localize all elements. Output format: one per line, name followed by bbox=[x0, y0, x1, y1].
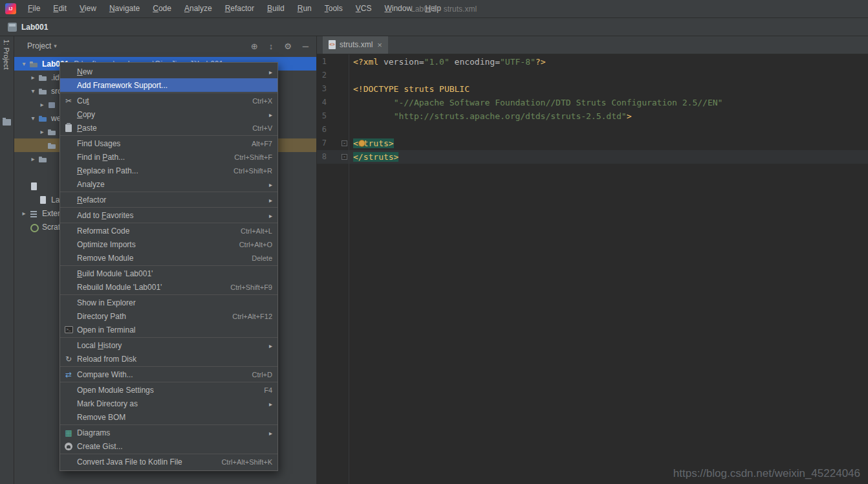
menu-item-icon-slot bbox=[63, 282, 74, 292]
line-number: 6 bbox=[317, 123, 349, 137]
menu-item-rebuild-module-lab001[interactable]: Rebuild Module 'Lab001'Ctrl+Shift+F9 bbox=[60, 280, 277, 294]
menu-item-remove-bom[interactable]: Remove BOM bbox=[60, 410, 277, 424]
menu-item-directory-path[interactable]: Directory PathCtrl+Alt+F12 bbox=[60, 309, 277, 323]
menu-navigate[interactable]: Navigate bbox=[103, 0, 146, 17]
submenu-arrow-icon: ▸ bbox=[269, 197, 272, 204]
menu-item-remove-module[interactable]: Remove ModuleDelete bbox=[60, 251, 277, 265]
code-line-1[interactable]: 1<?xml version="1.0" encoding="UTF-8"?> bbox=[317, 55, 868, 69]
menu-item-copy[interactable]: Copy▸ bbox=[60, 107, 277, 121]
menu-vcs[interactable]: VCS bbox=[349, 0, 378, 17]
menu-item-icon-slot bbox=[63, 138, 74, 149]
menu-item-shortcut: Ctrl+Shift+F bbox=[226, 153, 272, 161]
project-icon bbox=[28, 59, 39, 69]
menu-item-open-module-settings[interactable]: Open Module SettingsF4 bbox=[60, 383, 277, 397]
breadcrumb[interactable]: Lab001 bbox=[21, 23, 48, 32]
fold-icon[interactable]: - bbox=[342, 154, 347, 160]
menu-item-icon-slot bbox=[63, 210, 74, 221]
menu-item-icon-slot bbox=[63, 80, 74, 91]
code-text: <!DOCTYPE struts PUBLIC bbox=[349, 82, 868, 96]
fold-icon[interactable]: - bbox=[342, 140, 347, 146]
menu-item-shortcut: Delete bbox=[244, 254, 272, 262]
chevron-down-icon[interactable]: ▾ bbox=[19, 60, 28, 67]
menu-item-show-in-explorer[interactable]: Show in Explorer bbox=[60, 296, 277, 309]
menu-item-compare-with[interactable]: ⇄Compare With...Ctrl+D bbox=[60, 368, 277, 381]
watermark: https://blog.csdn.net/weixin_45224046 bbox=[673, 467, 860, 480]
menu-item-icon-slot bbox=[63, 166, 74, 176]
menu-item-shortcut: Ctrl+Alt+Shift+K bbox=[213, 458, 272, 466]
menu-separator bbox=[60, 135, 277, 136]
chevron-right-icon[interactable]: ▸ bbox=[38, 128, 47, 135]
chevron-right-icon[interactable]: ▸ bbox=[38, 101, 47, 108]
menu-separator bbox=[60, 454, 277, 454]
chevron-down-icon[interactable]: ▾ bbox=[54, 43, 57, 49]
line-number: 4 bbox=[317, 96, 349, 109]
menu-analyze[interactable]: Analyze bbox=[178, 0, 219, 17]
tab-struts-xml[interactable]: struts.xml × bbox=[323, 36, 388, 54]
menu-item-shortcut: ▸ bbox=[261, 400, 272, 408]
locate-icon[interactable]: ⊕ bbox=[251, 41, 258, 51]
menu-tools[interactable]: Tools bbox=[318, 0, 349, 17]
menu-item-local-history[interactable]: Local History▸ bbox=[60, 338, 277, 352]
menu-item-paste[interactable]: PasteCtrl+V bbox=[60, 121, 277, 135]
menu-file[interactable]: File bbox=[21, 0, 47, 17]
caret-dot-icon bbox=[358, 140, 365, 147]
settings-icon[interactable]: ⚙ bbox=[284, 41, 292, 51]
menu-item-label: Rebuild Module 'Lab001' bbox=[77, 283, 162, 292]
code-text: <struts> bbox=[349, 137, 868, 150]
menu-item-icon-slot bbox=[63, 253, 74, 263]
tab-label: struts.xml bbox=[340, 40, 373, 49]
menu-item-shortcut: ▸ bbox=[261, 342, 272, 349]
menu-item-add-to-favorites[interactable]: Add to Favorites▸ bbox=[60, 208, 277, 222]
menu-item-icon-slot bbox=[63, 179, 74, 190]
code-line-3[interactable]: 3<!DOCTYPE struts PUBLIC bbox=[317, 82, 868, 96]
menu-item-mark-directory-as[interactable]: Mark Directory as▸ bbox=[60, 397, 277, 410]
menu-separator bbox=[60, 337, 277, 338]
close-icon[interactable]: × bbox=[377, 41, 382, 49]
line-number: 8- bbox=[317, 150, 349, 164]
menu-item-label: Copy bbox=[77, 110, 95, 119]
menu-item-open-in-terminal[interactable]: >_Open in Terminal bbox=[60, 323, 277, 336]
menu-item-label: Replace in Path... bbox=[77, 166, 138, 175]
menu-item-reload-from-disk[interactable]: ↻Reload from Disk bbox=[60, 352, 277, 366]
menu-item-create-gist[interactable]: Create Gist... bbox=[60, 439, 277, 453]
folder-icon[interactable] bbox=[3, 119, 11, 126]
menu-item-replace-in-path[interactable]: Replace in Path...Ctrl+Shift+R bbox=[60, 164, 277, 177]
menu-item-optimize-imports[interactable]: Optimize ImportsCtrl+Alt+O bbox=[60, 237, 277, 251]
code-line-6[interactable]: 6 bbox=[317, 123, 868, 137]
code-text: <?xml version="1.0" encoding="UTF-8"?> bbox=[349, 55, 868, 69]
menu-run[interactable]: Run bbox=[291, 0, 318, 17]
menu-item-label: Show in Explorer bbox=[77, 298, 136, 307]
editor-lines: 1<?xml version="1.0" encoding="UTF-8"?>2… bbox=[317, 54, 868, 164]
menu-item-reformat-code[interactable]: Reformat CodeCtrl+Alt+L bbox=[60, 224, 277, 237]
submenu-arrow-icon: ▸ bbox=[269, 181, 272, 188]
collapse-icon[interactable]: ↕ bbox=[269, 41, 274, 51]
chevron-right-icon[interactable]: ▸ bbox=[28, 155, 38, 162]
menu-item-analyze[interactable]: Analyze▸ bbox=[60, 177, 277, 191]
menu-build[interactable]: Build bbox=[261, 0, 291, 17]
menu-item-build-module-lab001[interactable]: Build Module 'Lab001' bbox=[60, 267, 277, 280]
menu-item-convert-java-file-to-kotlin-file[interactable]: Convert Java File to Kotlin FileCtrl+Alt… bbox=[60, 455, 277, 468]
chevron-right-icon[interactable]: ▸ bbox=[28, 74, 38, 81]
menu-item-cut[interactable]: ✂CutCtrl+X bbox=[60, 94, 277, 107]
hide-icon[interactable]: ─ bbox=[303, 41, 309, 51]
menu-code[interactable]: Code bbox=[146, 0, 178, 17]
chevron-down-icon[interactable]: ▾ bbox=[28, 115, 38, 122]
menu-item-icon-slot bbox=[63, 239, 74, 250]
code-line-5[interactable]: 5 "http://struts.apache.org/dtds/struts-… bbox=[317, 109, 868, 123]
code-line-8[interactable]: 8-</struts> bbox=[317, 150, 868, 164]
menu-item-new[interactable]: New▸ bbox=[60, 65, 277, 78]
menu-refactor[interactable]: Refactor bbox=[219, 0, 261, 17]
code-line-2[interactable]: 2 bbox=[317, 69, 868, 82]
menu-item-refactor[interactable]: Refactor▸ bbox=[60, 193, 277, 206]
menu-item-add-framework-support[interactable]: Add Framework Support... bbox=[60, 78, 277, 92]
chevron-down-icon[interactable]: ▾ bbox=[28, 87, 38, 94]
menu-item-diagrams[interactable]: ▦Diagrams▸ bbox=[60, 426, 277, 439]
menu-item-find-usages[interactable]: Find UsagesAlt+F7 bbox=[60, 137, 277, 150]
project-tool-button[interactable]: 1: Project bbox=[0, 36, 13, 72]
code-line-7[interactable]: 7-<struts> bbox=[317, 137, 868, 150]
chevron-right-icon[interactable]: ▸ bbox=[19, 210, 28, 217]
menu-edit[interactable]: Edit bbox=[47, 0, 73, 17]
menu-item-find-in-path[interactable]: Find in Path...Ctrl+Shift+F bbox=[60, 150, 277, 164]
code-line-4[interactable]: 4 "-//Apache Software Foundation//DTD St… bbox=[317, 96, 868, 109]
menu-view[interactable]: View bbox=[73, 0, 103, 17]
